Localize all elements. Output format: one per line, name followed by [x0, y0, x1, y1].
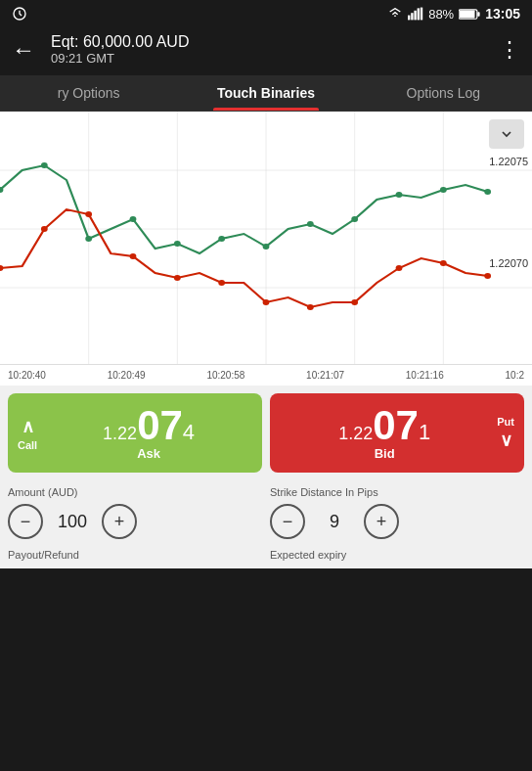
svg-point-30 — [41, 226, 48, 232]
strike-stepper: − 9 + — [270, 504, 524, 539]
svg-point-27 — [440, 187, 447, 193]
more-button[interactable]: ⋮ — [499, 37, 520, 63]
svg-rect-8 — [460, 10, 475, 18]
chart-svg — [0, 112, 532, 364]
x-label-5: 10:2 — [506, 370, 524, 381]
put-panel[interactable]: 1.22071 Bid Put ∨ — [270, 393, 524, 473]
status-icons: 88% 13:05 — [387, 6, 520, 22]
svg-point-26 — [396, 192, 403, 198]
clock-icon — [12, 6, 27, 22]
put-bid-price: 1.22071 — [280, 405, 489, 446]
call-price-block: 1.22074 Ask — [45, 405, 252, 461]
put-label: Put — [497, 416, 514, 428]
trading-panels: ∧ Call 1.22074 Ask 1.22071 Bid Put ∨ — [0, 386, 532, 480]
put-price-block: 1.22071 Bid — [280, 405, 489, 461]
svg-point-36 — [307, 304, 314, 310]
arrow-down-icon: ∨ — [500, 430, 512, 451]
svg-point-20 — [130, 216, 137, 222]
tab-options-log[interactable]: Options Log — [355, 75, 532, 111]
put-price-small: 1.22 — [338, 424, 373, 443]
svg-point-39 — [440, 260, 447, 266]
x-label-0: 10:20:40 — [8, 370, 46, 381]
put-price-large: 07 — [373, 402, 419, 448]
svg-point-22 — [218, 236, 225, 242]
chart-container: 1.22075 1.22070 — [0, 112, 532, 386]
payout-refund-label: Payout/Refund — [8, 549, 262, 561]
tab-touch-binaries[interactable]: Touch Binaries — [177, 75, 354, 111]
eqt-value: Eqt: 60,000.00 AUD — [51, 33, 499, 51]
chart-dropdown-button[interactable] — [489, 119, 524, 149]
call-panel[interactable]: ∧ Call 1.22074 Ask — [8, 393, 262, 473]
x-label-3: 10:21:07 — [306, 370, 344, 381]
svg-point-21 — [174, 241, 181, 247]
battery-percent: 88% — [428, 7, 454, 22]
svg-point-40 — [484, 273, 491, 279]
signal-icon — [408, 7, 423, 21]
expected-expiry-label: Expected expiry — [270, 549, 524, 561]
strike-value: 9 — [315, 512, 354, 532]
tab-binary-options[interactable]: ry Options — [0, 75, 177, 111]
svg-point-31 — [85, 211, 92, 217]
call-label: Call — [18, 439, 37, 451]
svg-point-33 — [174, 275, 181, 281]
svg-rect-4 — [418, 8, 420, 20]
x-label-4: 10:21:16 — [406, 370, 444, 381]
call-ask-price: 1.22074 — [45, 405, 252, 446]
header-title-block: Eqt: 60,000.00 AUD 09:21 GMT — [51, 33, 499, 66]
put-button[interactable]: Put ∨ — [497, 416, 514, 451]
x-label-2: 10:20:58 — [206, 370, 244, 381]
svg-point-34 — [218, 280, 225, 286]
amount-increase-button[interactable]: + — [102, 504, 137, 539]
svg-rect-1 — [408, 16, 410, 21]
arrow-up-icon: ∧ — [22, 416, 34, 437]
call-button[interactable]: ∧ Call — [18, 416, 37, 451]
svg-rect-5 — [421, 8, 422, 21]
svg-point-37 — [351, 299, 358, 305]
svg-point-19 — [85, 236, 92, 242]
call-price-small: 1.22 — [103, 424, 137, 443]
svg-point-38 — [396, 265, 403, 271]
bid-label: Bid — [280, 446, 489, 461]
chevron-down-icon — [499, 126, 514, 142]
gmt-value: 09:21 GMT — [51, 51, 499, 66]
call-price-tiny: 4 — [183, 420, 195, 444]
status-time: 13:05 — [485, 6, 520, 22]
call-price-large: 07 — [137, 402, 183, 448]
svg-rect-2 — [411, 13, 413, 20]
chart-x-axis: 10:20:40 10:20:49 10:20:58 10:21:07 10:2… — [0, 364, 532, 386]
strike-increase-button[interactable]: + — [364, 504, 399, 539]
svg-point-25 — [351, 216, 358, 222]
svg-rect-3 — [415, 11, 417, 21]
amount-label: Amount (AUD) — [8, 486, 262, 498]
amount-decrease-button[interactable]: − — [8, 504, 43, 539]
svg-point-24 — [307, 221, 314, 227]
bottom-labels: Payout/Refund Expected expiry — [0, 549, 532, 568]
svg-point-23 — [263, 244, 270, 249]
chart-x-labels: 10:20:40 10:20:49 10:20:58 10:21:07 10:2… — [8, 370, 524, 381]
x-label-1: 10:20:49 — [108, 370, 146, 381]
svg-point-18 — [41, 162, 48, 168]
strike-label: Strike Distance In Pips — [270, 486, 524, 498]
svg-point-32 — [130, 253, 137, 259]
ask-label: Ask — [45, 446, 252, 461]
status-bar: 88% 13:05 — [0, 0, 532, 27]
wifi-icon — [387, 8, 403, 20]
amount-stepper: − 100 + — [8, 504, 262, 539]
battery-icon — [459, 8, 480, 21]
tabs-bar: ry Options Touch Binaries Options Log — [0, 75, 532, 112]
svg-point-35 — [263, 299, 270, 305]
svg-point-28 — [484, 189, 491, 195]
header: ← Eqt: 60,000.00 AUD 09:21 GMT ⋮ — [0, 27, 532, 75]
strike-control-group: Strike Distance In Pips − 9 + — [270, 486, 524, 539]
controls-area: Amount (AUD) − 100 + Strike Distance In … — [0, 480, 532, 549]
amount-value: 100 — [53, 512, 92, 532]
back-button[interactable]: ← — [12, 36, 47, 64]
put-price-tiny: 1 — [419, 420, 430, 444]
svg-point-29 — [0, 265, 3, 271]
svg-rect-7 — [477, 12, 479, 17]
amount-control-group: Amount (AUD) − 100 + — [8, 486, 262, 539]
strike-decrease-button[interactable]: − — [270, 504, 305, 539]
